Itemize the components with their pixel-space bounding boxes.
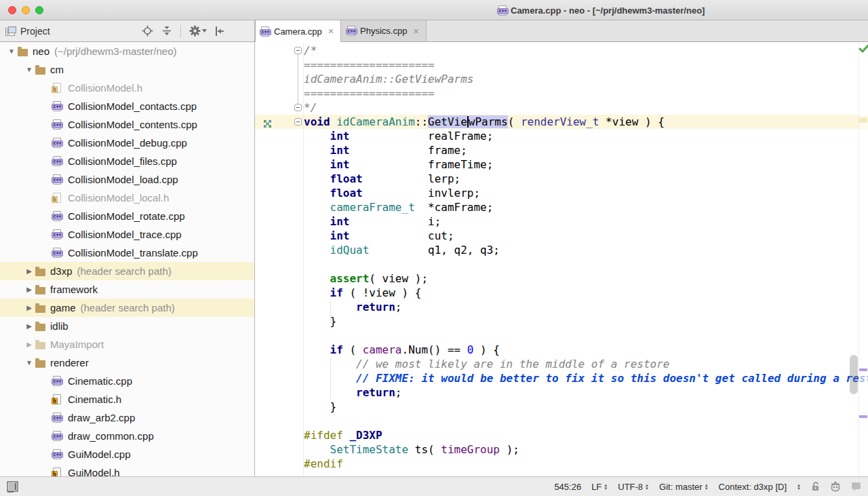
tree-item-collisionmodel_local-h[interactable]: hCollisionModel_local.h — [0, 189, 254, 207]
chevron-down-icon[interactable]: ▼ — [5, 47, 18, 55]
inspector-hector-icon[interactable] — [830, 481, 841, 492]
caret-line-mark[interactable] — [859, 117, 867, 123]
tree-item-mayaimport[interactable]: ▶MayaImport — [0, 335, 254, 354]
code-line[interactable]: if ( !view ) { — [255, 286, 868, 300]
code-line[interactable]: if ( camera.Num() == 0 ) { — [255, 343, 868, 357]
editor-scrollbar-thumb[interactable] — [850, 355, 858, 394]
tree-item-draw_common-cpp[interactable]: c++draw_common.cpp — [0, 427, 254, 445]
code-line[interactable]: return; — [255, 300, 868, 314]
code-line[interactable]: } — [255, 400, 868, 414]
tree-item-d3xp[interactable]: ▶d3xp(header search path) — [0, 262, 254, 280]
hide-panel-icon[interactable] — [215, 26, 224, 37]
tree-item-cinematic-h[interactable]: hCinematic.h — [0, 390, 254, 408]
close-icon[interactable]: × — [328, 26, 334, 36]
code-line[interactable]: idCameraAnim::GetViewParms — [255, 72, 868, 86]
code-line[interactable]: assert( view ); — [255, 271, 868, 286]
toolwindow-toggle-icon[interactable] — [7, 481, 18, 493]
resolve-context-widget[interactable]: Context: d3xp [D] — [719, 482, 787, 492]
code-line[interactable]: #ifdef _D3XP — [255, 428, 868, 442]
chevron-down-icon[interactable]: ▼ — [23, 66, 35, 73]
close-window-button[interactable] — [8, 6, 16, 14]
chevron-down-icon[interactable]: ▼ — [23, 359, 35, 366]
tree-item-collisionmodel_trace-cpp[interactable]: c++CollisionModel_trace.cpp — [0, 225, 254, 244]
tree-item-guimodel-cpp[interactable]: c++GuiModel.cpp — [0, 445, 254, 463]
chevron-right-icon[interactable]: ▶ — [23, 267, 35, 275]
code-line[interactable]: float lerp; — [255, 172, 868, 186]
code-line[interactable] — [255, 257, 868, 271]
tree-item-collisionmodel_files-cpp[interactable]: c++CollisionModel_files.cpp — [0, 152, 254, 170]
error-stripe[interactable] — [859, 42, 868, 476]
tree-item-label: CollisionModel.h — [68, 82, 142, 94]
cpp-file-icon: c++ — [53, 156, 66, 166]
tree-item-idlib[interactable]: ▶idlib — [0, 317, 254, 335]
encoding-widget[interactable]: UTF-8 ▲▼ — [618, 482, 649, 492]
tree-item-collisionmodel_contents-cpp[interactable]: c++CollisionModel_contents.cpp — [0, 115, 254, 134]
code-line-caret[interactable]: void idCameraAnim::GetViewParms( renderV… — [255, 115, 868, 129]
fold-marker-icon[interactable] — [294, 118, 302, 126]
window-title: Camera.cpp - neo - [~/prj/dhewm3-master/… — [511, 5, 705, 16]
code-text: float invlerp; — [304, 187, 480, 199]
code-line[interactable]: float invlerp; — [255, 186, 868, 200]
code-line[interactable]: return; — [255, 385, 868, 400]
code-line[interactable]: #endif — [255, 457, 868, 471]
code-line[interactable]: // we most likely are in the middle of a… — [255, 357, 868, 371]
tab-camera-cpp[interactable]: c++Camera.cpp× — [255, 20, 341, 42]
fold-marker-icon[interactable] — [294, 104, 302, 111]
inspection-ok-icon[interactable] — [859, 44, 868, 56]
code-line[interactable]: ==================== — [255, 86, 868, 100]
fold-marker-icon[interactable] — [294, 47, 302, 54]
scroll-from-source-icon[interactable] — [142, 25, 153, 37]
tab-physics-cpp[interactable]: c++Physics.cpp× — [341, 20, 427, 41]
tree-item-cinematic-cpp[interactable]: c++Cinematic.cpp — [0, 372, 254, 390]
code-line[interactable]: ==================== — [255, 58, 868, 72]
code-line[interactable]: } — [255, 314, 868, 328]
code-line[interactable]: int frameTime; — [255, 157, 868, 172]
code-line[interactable]: SetTimeState ts( timeGroup ); — [255, 442, 868, 457]
tree-item-draw_arb2-cpp[interactable]: c++draw_arb2.cpp — [0, 408, 254, 427]
tree-item-collisionmodel_contacts-cpp[interactable]: c++CollisionModel_contacts.cpp — [0, 97, 254, 115]
close-icon[interactable]: × — [413, 26, 418, 36]
chevron-right-icon[interactable]: ▶ — [23, 341, 35, 348]
tree-item-framework[interactable]: ▶framework — [0, 280, 254, 299]
settings-gear-icon[interactable] — [189, 25, 207, 37]
code-line[interactable]: int frame; — [255, 143, 868, 157]
tree-item-collisionmodel_debug-cpp[interactable]: c++CollisionModel_debug.cpp — [0, 134, 254, 152]
code-line[interactable]: int realFrame; — [255, 129, 868, 143]
code-area[interactable]: /*====================idCameraAnim::GetV… — [255, 43, 868, 471]
zoom-window-button[interactable] — [35, 6, 43, 14]
code-line[interactable] — [255, 414, 868, 428]
chevron-right-icon[interactable]: ▶ — [23, 286, 35, 293]
tree-item-game[interactable]: ▶game(header search path) — [0, 299, 254, 317]
vcs-change-mark[interactable] — [859, 368, 867, 371]
notifications-icon[interactable] — [851, 482, 861, 492]
git-branch-widget[interactable]: Git: master ▲▼ — [659, 482, 709, 492]
code-line[interactable]: cameraFrame_t *camFrame; — [255, 200, 868, 214]
vcs-change-mark[interactable] — [859, 415, 867, 418]
caret-position-widget[interactable]: 545:26 — [554, 482, 581, 492]
tree-item-renderer[interactable]: ▼renderer — [0, 354, 254, 372]
editor[interactable]: /*====================idCameraAnim::GetV… — [255, 42, 868, 476]
code-line[interactable]: int cut; — [255, 229, 868, 243]
chevron-right-icon[interactable]: ▶ — [23, 322, 35, 330]
code-line[interactable]: /* — [255, 43, 868, 58]
tree-item-collisionmodel_rotate-cpp[interactable]: c++CollisionModel_rotate.cpp — [0, 207, 254, 225]
minimize-window-button[interactable] — [22, 6, 30, 14]
definition-marker-icon[interactable] — [263, 117, 272, 126]
code-line[interactable]: idQuat q1, q2, q3; — [255, 243, 868, 257]
tree-item-collisionmodel_translate-cpp[interactable]: c++CollisionModel_translate.cpp — [0, 244, 254, 262]
code-line[interactable] — [255, 328, 868, 343]
tree-item-collisionmodel_load-cpp[interactable]: c++CollisionModel_load.cpp — [0, 170, 254, 189]
collapse-all-icon[interactable] — [161, 25, 172, 37]
line-separator-widget[interactable]: LF ▲▼ — [591, 482, 608, 492]
tree-item-guimodel-h[interactable]: hGuiModel.h — [0, 463, 254, 476]
title-bar: c++ Camera.cpp - neo - [~/prj/dhewm3-mas… — [0, 0, 868, 20]
lock-icon[interactable] — [811, 482, 820, 492]
tree-item-cm[interactable]: ▼cm — [0, 60, 254, 79]
tree-item-collisionmodel-h[interactable]: hCollisionModel.h — [0, 79, 254, 97]
code-line[interactable]: int i; — [255, 214, 868, 229]
chevron-right-icon[interactable]: ▶ — [23, 304, 35, 311]
code-line[interactable]: // FIXME: it would be better to fix it s… — [255, 371, 868, 385]
tree-item-neo[interactable]: ▼neo(~/prj/dhewm3-master/neo) — [0, 42, 254, 60]
context-updown-icon[interactable]: ▲▼ — [797, 484, 801, 490]
code-line[interactable]: */ — [255, 100, 868, 115]
